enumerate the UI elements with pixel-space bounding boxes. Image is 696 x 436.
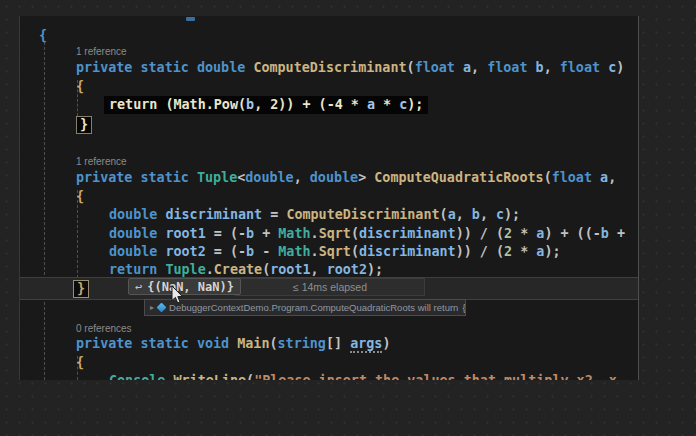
code-token: ) (382, 336, 390, 351)
mouse-cursor (171, 286, 184, 304)
code-token: - (254, 244, 278, 259)
code-token: double (109, 207, 165, 222)
code-token: Sqrt (319, 226, 351, 241)
code-token: Math (278, 226, 310, 241)
code-token: * (512, 226, 536, 241)
code-line: private static void Main(string[] args) (76, 336, 390, 352)
code-token: )) / ( (456, 244, 504, 259)
code-token: float (415, 60, 463, 75)
codelens-label: 0 references (76, 320, 132, 337)
code-token: * (375, 97, 399, 112)
datatip-text: DebuggerContextDemo.Program.ComputeQuadr… (169, 302, 458, 313)
code-area[interactable]: {1 referenceprivate static double Comput… (20, 16, 638, 380)
code-line: { (76, 355, 84, 371)
code-token: . (311, 244, 319, 259)
code-token: , (294, 170, 310, 185)
code-token: private static void (76, 336, 237, 351)
code-token: 0 references (76, 323, 132, 334)
code-token: , (311, 262, 327, 277)
code-token: b (246, 226, 254, 241)
code-token: ( (351, 244, 359, 259)
code-editor[interactable]: ≤ 14ms elapsed ↩ {(NaN, NaN)} {1 referen… (19, 16, 639, 380)
code-token: 1 reference (76, 46, 127, 57)
code-token: c (496, 207, 504, 222)
code-token: > (358, 170, 374, 185)
code-token: WriteLine (174, 373, 247, 380)
code-token: Create (214, 262, 262, 277)
code-token: ); (367, 262, 383, 277)
code-token: } (80, 117, 88, 132)
codelens-label: 1 reference (76, 153, 127, 170)
code-token: { (39, 28, 47, 43)
code-token: float (487, 60, 535, 75)
screenshot-root: ≤ 14ms elapsed ↩ {(NaN, NaN)} {1 referen… (0, 0, 696, 436)
code-token: , (456, 207, 472, 222)
code-token: , 2)) + (-4 * (254, 97, 367, 112)
code-token: 1 reference (76, 156, 127, 167)
code-token: { (76, 79, 84, 94)
blue-diamond-icon (157, 303, 167, 313)
code-line: double root1 = (-b + Math.Sqrt(discrimin… (109, 226, 625, 242)
code-token: Console (109, 373, 165, 380)
code-token: ( (440, 207, 448, 222)
code-token: b (601, 226, 609, 241)
current-line-brace: } (73, 280, 89, 298)
code-token: . (165, 373, 173, 380)
code-line: Console.WriteLine("Please insert the val… (109, 373, 617, 380)
code-token: * (512, 244, 536, 259)
code-token: root2 (165, 244, 205, 259)
code-token: ) + ((- (544, 226, 600, 241)
code-token: Tuple (165, 262, 205, 277)
code-token: string (278, 336, 326, 351)
code-token: ( (544, 170, 552, 185)
code-token: = (- (206, 226, 246, 241)
code-token: b (246, 97, 254, 112)
code-token: private static double (76, 60, 253, 75)
code-token: ( (351, 226, 359, 241)
code-token: private static (76, 170, 197, 185)
code-token: , (608, 170, 616, 185)
code-line: private static Tuple<double, double> Com… (76, 170, 616, 186)
code-token: "Please insert the values that multiply … (254, 373, 617, 380)
code-line: double root2 = (-b - Math.Sqrt(discrimin… (109, 244, 561, 260)
code-token: a (367, 97, 375, 112)
code-line: double discriminant = ComputeDiscriminan… (109, 207, 520, 223)
code-token: args (350, 336, 382, 353)
code-line: { (76, 79, 84, 95)
codelens-label: 1 reference (76, 43, 127, 60)
code-token: ( (246, 373, 254, 380)
code-token: ); (544, 244, 560, 259)
code-token: } (77, 281, 85, 296)
matched-brace: } (76, 116, 92, 134)
datatip-value: {(NaN, NaN)} (462, 302, 466, 313)
code-token: = (- (206, 244, 246, 259)
code-token: b (246, 244, 254, 259)
code-token: ( (407, 60, 415, 75)
code-token: 2 (504, 226, 512, 241)
expander-icon[interactable]: ▸ (150, 303, 154, 312)
code-token: Main (237, 336, 269, 351)
code-token: double (109, 226, 165, 241)
code-token: , (544, 60, 560, 75)
code-token: root1 (165, 226, 205, 241)
code-token: [] (326, 336, 350, 351)
code-token: double (310, 170, 358, 185)
code-token: Math (278, 244, 310, 259)
code-token: ComputeDiscriminant (286, 207, 439, 222)
code-token: return (Math.Pow( (109, 97, 246, 112)
code-line: private static double ComputeDiscriminan… (76, 60, 624, 76)
code-line: { (39, 28, 47, 44)
code-token: Sqrt (319, 244, 351, 259)
artifact-dash (186, 17, 195, 21)
code-token: float (560, 60, 608, 75)
code-token: { (76, 355, 84, 370)
code-token: ); (407, 97, 423, 112)
code-token: { (76, 189, 84, 204)
code-token: a (448, 207, 456, 222)
code-token: ); (504, 207, 520, 222)
code-token: float (552, 170, 600, 185)
code-token: = (262, 207, 286, 222)
debugger-datatip[interactable]: ▸ DebuggerContextDemo.Program.ComputeQua… (144, 299, 466, 316)
code-line: { (76, 189, 84, 205)
code-token: root2 (327, 262, 367, 277)
